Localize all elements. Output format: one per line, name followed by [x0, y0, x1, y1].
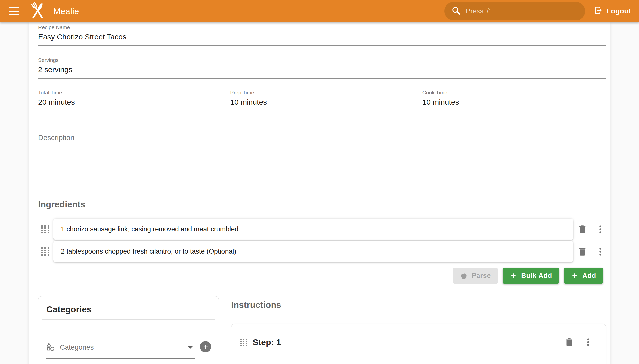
logout-icon [594, 6, 602, 16]
recipe-editor-sheet: Recipe Name Servings Total Time Prep Tim… [30, 22, 609, 364]
plus-icon [202, 343, 209, 350]
instructions-heading: Instructions [231, 300, 606, 310]
parse-button[interactable]: Parse [453, 268, 498, 284]
ingredient-menu-button[interactable] [594, 224, 606, 235]
kebab-icon [595, 246, 605, 257]
total-time-field: Total Time [38, 90, 222, 111]
plus-icon [571, 272, 578, 280]
cook-time-field: Cook Time [422, 90, 606, 111]
delete-ingredient-button[interactable] [577, 246, 588, 257]
search-icon [451, 6, 461, 16]
categories-select-area: Categories [46, 342, 211, 359]
ingredient-actions: Parse Bulk Add Add [38, 268, 606, 284]
servings-field: Servings [38, 57, 606, 78]
ingredient-menu-button[interactable] [594, 246, 606, 257]
cook-time-input[interactable] [422, 96, 606, 111]
prep-time-input[interactable] [230, 96, 414, 111]
bulk-add-button[interactable]: Bulk Add [503, 268, 559, 284]
trash-icon [577, 224, 588, 234]
ingredient-input[interactable] [60, 225, 566, 233]
total-time-label: Total Time [38, 90, 222, 96]
prep-time-label: Prep Time [230, 90, 414, 96]
times-row: Total Time Prep Time Cook Time [38, 90, 606, 111]
description-input[interactable] [38, 125, 606, 187]
bottom-columns: Categories Categories [38, 296, 606, 364]
kebab-icon [595, 224, 605, 234]
app-title: Mealie [53, 6, 79, 16]
add-ingredient-button[interactable]: Add [564, 268, 603, 284]
prep-time-field: Prep Time [230, 90, 414, 111]
recipe-name-label: Recipe Name [38, 24, 606, 30]
step-card: Step: 1 [231, 324, 606, 364]
logout-label: Logout [606, 7, 631, 15]
ingredient-row [38, 219, 606, 240]
recipe-name-input[interactable] [38, 30, 606, 46]
servings-label: Servings [38, 57, 606, 63]
plus-icon [510, 272, 517, 280]
categories-card-title: Categories [39, 296, 219, 319]
add-label: Add [582, 272, 596, 280]
ingredient-card [53, 219, 573, 240]
drag-handle-icon[interactable] [240, 338, 247, 346]
drag-handle-icon[interactable] [41, 247, 49, 256]
ingredient-card [53, 241, 573, 262]
chevron-down-icon [188, 346, 193, 348]
bulk-add-label: Bulk Add [521, 272, 552, 280]
delete-step-button[interactable] [563, 336, 575, 348]
delete-ingredient-button[interactable] [577, 224, 588, 235]
kebab-icon [583, 337, 593, 347]
trash-icon [564, 337, 574, 347]
servings-input[interactable] [38, 63, 606, 78]
shapes-icon [46, 342, 55, 352]
ingredient-input[interactable] [60, 247, 566, 256]
divider [42, 319, 216, 320]
step-header: Step: 1 [240, 336, 594, 348]
logout-button[interactable]: Logout [593, 6, 632, 17]
search-bar[interactable] [444, 2, 585, 20]
drag-handle-icon[interactable] [41, 225, 49, 233]
menu-button[interactable] [8, 4, 22, 18]
cook-time-label: Cook Time [422, 90, 606, 96]
total-time-input[interactable] [38, 96, 222, 111]
app-logo[interactable] [30, 1, 46, 21]
page: Mealie Logout Recipe Name [0, 0, 639, 364]
categories-card: Categories Categories [38, 296, 219, 364]
app-bar: Mealie Logout [0, 0, 639, 22]
recipe-name-field: Recipe Name [38, 24, 606, 46]
categories-select[interactable]: Categories [46, 342, 195, 359]
fork-knife-icon [30, 1, 46, 21]
description-field [38, 125, 606, 187]
step-menu-button[interactable] [582, 336, 594, 348]
categories-select-label: Categories [60, 343, 94, 351]
step-text[interactable]: Combine crumbled chorizo and chipotle pe… [240, 362, 594, 364]
ingredients-list [38, 219, 606, 262]
step-title: Step: 1 [253, 337, 281, 347]
trash-icon [577, 246, 588, 257]
apple-icon [460, 272, 468, 280]
search-input[interactable] [465, 7, 581, 16]
ingredient-row [38, 241, 606, 262]
ingredients-heading: Ingredients [38, 199, 606, 210]
parse-label: Parse [472, 272, 491, 280]
add-category-button[interactable] [200, 341, 211, 352]
